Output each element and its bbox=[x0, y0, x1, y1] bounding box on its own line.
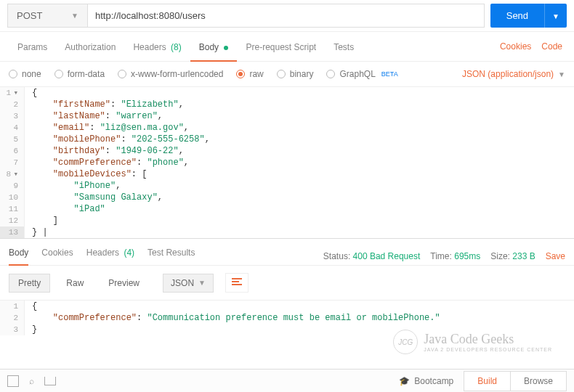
send-button[interactable]: Send bbox=[490, 4, 544, 28]
wrap-lines-button[interactable] bbox=[225, 273, 248, 293]
time-label: Time: 695ms bbox=[430, 251, 480, 261]
mode-toggle: Build Browse bbox=[464, 371, 567, 391]
view-pretty-button[interactable]: Pretty bbox=[9, 274, 50, 293]
http-method-value: POST bbox=[17, 10, 42, 21]
chevron-down-icon: ▼ bbox=[198, 279, 206, 287]
radio-icon bbox=[236, 70, 245, 78]
tab-prerequest[interactable]: Pre-request Script bbox=[237, 32, 325, 61]
size-label: Size: 233 B bbox=[490, 251, 535, 261]
tab-authorization[interactable]: Authorization bbox=[56, 32, 124, 61]
body-type-binary[interactable]: binary bbox=[277, 69, 314, 79]
view-raw-button[interactable]: Raw bbox=[57, 274, 92, 292]
response-tab-body[interactable]: Body bbox=[9, 248, 28, 265]
body-type-raw[interactable]: raw bbox=[236, 69, 263, 79]
response-tab-headers[interactable]: Headers (4) bbox=[86, 248, 134, 265]
body-type-graphql[interactable]: GraphQLBETA bbox=[326, 69, 397, 79]
graduation-cap-icon: 🎓 bbox=[399, 376, 410, 386]
tab-body[interactable]: Body bbox=[190, 32, 238, 61]
status-label: Status: 400 Bad Request bbox=[323, 251, 420, 261]
find-icon[interactable]: ⌕ bbox=[29, 376, 34, 386]
request-body-editor[interactable]: 1▾{2 "firstName": "Elizabeth",3 "lastNam… bbox=[0, 87, 574, 239]
chevron-down-icon: ▼ bbox=[558, 70, 565, 78]
tab-params[interactable]: Params bbox=[9, 32, 56, 61]
response-tab-cookies[interactable]: Cookies bbox=[41, 248, 73, 265]
radio-icon bbox=[277, 70, 286, 78]
console-icon[interactable] bbox=[44, 377, 56, 385]
bootcamp-link[interactable]: 🎓 Bootcamp bbox=[399, 376, 453, 386]
chevron-down-icon: ▼ bbox=[552, 12, 559, 20]
response-body-viewer[interactable]: 1{2 "commPreference": "Communication pre… bbox=[0, 301, 574, 335]
body-type-formdata[interactable]: form-data bbox=[54, 69, 105, 79]
cookies-link[interactable]: Cookies bbox=[500, 41, 531, 52]
tab-headers[interactable]: Headers (8) bbox=[124, 32, 190, 61]
http-method-select[interactable]: POST ▼ bbox=[7, 4, 87, 28]
format-select[interactable]: JSON ▼ bbox=[163, 274, 214, 293]
sidebar-toggle-icon[interactable] bbox=[7, 375, 19, 387]
response-tab-testresults[interactable]: Test Results bbox=[147, 248, 195, 265]
chevron-down-icon: ▼ bbox=[71, 12, 78, 20]
wrap-icon bbox=[232, 278, 242, 286]
send-dropdown-button[interactable]: ▼ bbox=[544, 4, 567, 28]
view-preview-button[interactable]: Preview bbox=[100, 274, 148, 292]
browse-button[interactable]: Browse bbox=[511, 372, 566, 391]
body-type-none[interactable]: none bbox=[9, 69, 41, 79]
tab-tests[interactable]: Tests bbox=[325, 32, 363, 61]
radio-icon bbox=[9, 70, 17, 78]
radio-icon bbox=[54, 70, 63, 78]
code-link[interactable]: Code bbox=[541, 41, 562, 52]
modified-dot-icon bbox=[224, 46, 228, 50]
save-response-link[interactable]: Save bbox=[546, 251, 565, 261]
radio-icon bbox=[118, 70, 126, 78]
url-input[interactable] bbox=[87, 4, 485, 28]
build-button[interactable]: Build bbox=[464, 372, 511, 391]
body-type-urlencoded[interactable]: x-www-form-urlencoded bbox=[118, 69, 223, 79]
content-type-select[interactable]: JSON (application/json) ▼ bbox=[462, 69, 565, 79]
radio-icon bbox=[326, 70, 335, 78]
